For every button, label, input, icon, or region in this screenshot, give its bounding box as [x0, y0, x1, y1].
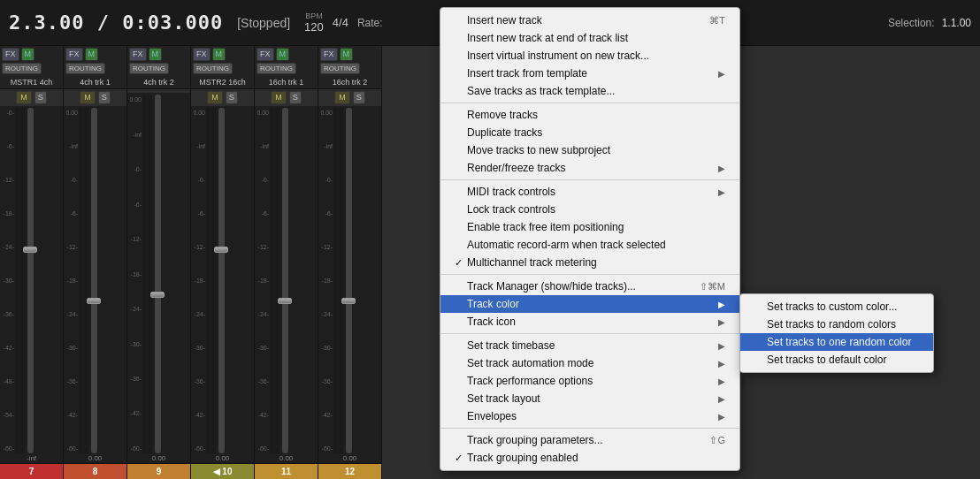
- main-context-menu: Insert new track ⌘T Insert new track at …: [440, 7, 740, 471]
- menu-auto-record[interactable]: Automatic record-arm when track selected: [440, 236, 739, 254]
- menu-duplicate-tracks[interactable]: Duplicate tracks: [440, 124, 739, 141]
- menu-multichannel[interactable]: ✓ Multichannel track metering: [440, 254, 739, 271]
- menu-remove-tracks[interactable]: Remove tracks: [440, 106, 739, 124]
- menu-track-color[interactable]: Track color ▶ Set tracks to custom color…: [440, 295, 739, 313]
- menu-track-icon[interactable]: Track icon ▶: [440, 313, 739, 331]
- submenu-default-color[interactable]: Set tracks to default color: [740, 351, 933, 369]
- menu-grouping-params[interactable]: Track grouping parameters... ⇧G: [440, 431, 739, 449]
- menu-insert-template[interactable]: Insert track from template ▶: [440, 65, 739, 82]
- menu-render-freeze[interactable]: Render/freeze tracks ▶: [440, 159, 739, 177]
- submenu-custom-color[interactable]: Set tracks to custom color...: [740, 298, 933, 316]
- menu-grouping-enabled[interactable]: ✓ Track grouping enabled: [440, 449, 739, 467]
- menu-set-timebase[interactable]: Set track timebase ▶: [440, 337, 739, 354]
- menu-save-template[interactable]: Save tracks as track template...: [440, 82, 739, 100]
- submenu-one-random[interactable]: Set tracks to one random color: [740, 333, 933, 351]
- menu-enable-free[interactable]: Enable track free item positioning: [440, 218, 739, 236]
- menu-insert-track[interactable]: Insert new track ⌘T: [440, 11, 739, 29]
- menu-insert-track-end[interactable]: Insert new track at end of track list: [440, 29, 739, 47]
- context-menu-overlay: Insert new track ⌘T Insert new track at …: [0, 0, 980, 479]
- menu-insert-virtual[interactable]: Insert virtual instrument on new track..…: [440, 47, 739, 65]
- menu-midi-controls[interactable]: MIDI track controls ▶: [440, 183, 739, 201]
- menu-automation-mode[interactable]: Set track automation mode ▶: [440, 354, 739, 372]
- menu-lock-controls[interactable]: Lock track controls: [440, 201, 739, 218]
- menu-performance[interactable]: Track performance options ▶: [440, 372, 739, 390]
- track-color-submenu: Set tracks to custom color... Set tracks…: [739, 293, 934, 373]
- menu-move-tracks[interactable]: Move tracks to new subproject: [440, 141, 739, 159]
- menu-track-manager[interactable]: Track Manager (show/hide tracks)... ⇧⌘M: [440, 278, 739, 295]
- submenu-random-colors[interactable]: Set tracks to random colors: [740, 316, 933, 333]
- menu-envelopes[interactable]: Envelopes ▶: [440, 407, 739, 425]
- menu-track-layout[interactable]: Set track layout ▶: [440, 390, 739, 407]
